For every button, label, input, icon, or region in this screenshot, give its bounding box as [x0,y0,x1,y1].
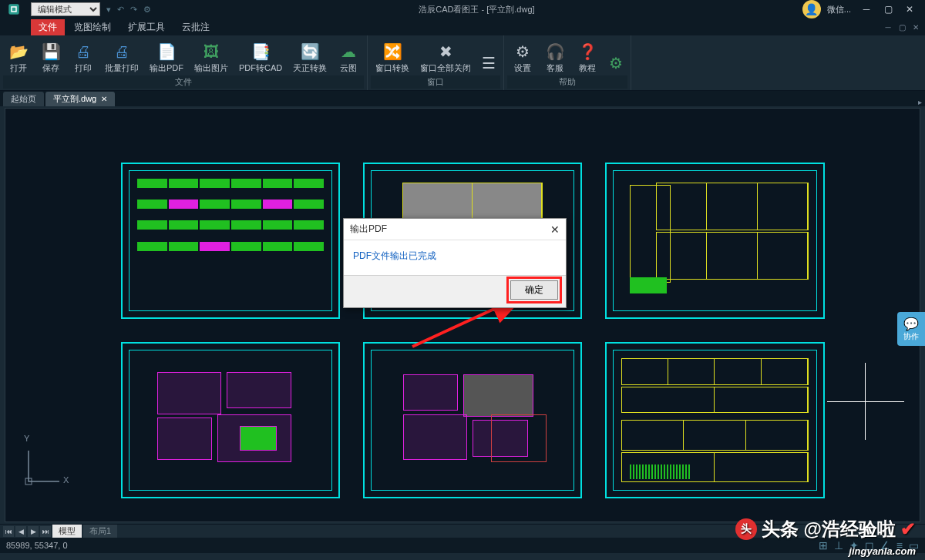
maximize-button[interactable]: ▢ [879,2,897,16]
close-button[interactable]: ✕ [900,2,919,16]
user-avatar-icon[interactable]: 👤 [802,0,821,18]
toutiao-logo-icon: 头 [735,518,757,540]
tab-model[interactable]: 模型 [52,525,82,538]
dialog-message: PDF文件输出已完成 [344,240,566,275]
gear-icon: ⚙ [516,41,530,62]
wechat-label[interactable]: 微信... [827,4,851,15]
export-image-button[interactable]: 🖼输出图片 [190,37,233,75]
menu-extend-tools[interactable]: 扩展工具 [120,19,173,35]
export-pdf-dialog: 输出PDF ✕ PDF文件输出已完成 确定 [343,218,567,308]
menu-cloud-annotate[interactable]: 云批注 [174,19,217,35]
menu-icon: ☰ [482,52,496,74]
nav-last-button[interactable]: ⏭ [40,526,51,537]
chat-icon: 💬 [903,317,919,331]
ucs-icon: Y X [21,434,67,491]
pdf-icon: 📄 [157,41,177,62]
window-switch-icon: 🔀 [383,41,402,62]
window-title: 浩辰CAD看图王 - [平立剖.dwg] [151,4,802,15]
dialog-close-button[interactable]: ✕ [550,223,560,236]
sub-minimize-icon[interactable]: ─ [882,23,894,32]
drawing-sheets [5,109,920,521]
ribbon-group-file: 📂打开 💾保存 🖨打印 🖨批量打印 📄输出PDF 🖼输出图片 📑PDF转CAD … [0,35,368,90]
tutorial-button[interactable]: ❓教程 [572,37,603,75]
cloud-drawing-button[interactable]: ☁云图 [333,37,364,75]
open-button[interactable]: 📂打开 [3,37,34,75]
batch-print-button[interactable]: 🖨批量打印 [100,37,143,75]
ribbon-group-label-help: 帮助 [507,75,627,89]
tab-close-icon[interactable]: ✕ [101,95,107,103]
sub-close-icon[interactable]: ✕ [910,23,922,32]
image-icon: 🖼 [204,41,219,62]
sheet-6 [605,342,824,498]
drawing-canvas[interactable]: Y X [5,108,920,522]
sub-restore-icon[interactable]: ▢ [896,23,908,32]
batch-printer-icon: 🖨 [114,41,130,62]
watermark-site: jingyanla.com [849,545,916,557]
tangent-convert-button[interactable]: 🔄天正转换 [288,37,331,75]
pdf-to-cad-button[interactable]: 📑PDF转CAD [234,37,287,75]
watermark-main: 头 头条 @浩经验啦 ✔ [735,517,916,542]
ribbon: 📂打开 💾保存 🖨打印 🖨批量打印 📄输出PDF 🖼输出图片 📑PDF转CAD … [0,35,925,91]
window-list-button[interactable]: ☰ [477,37,500,75]
close-all-icon: ✖ [439,41,452,62]
support-button[interactable]: 🎧客服 [540,37,570,75]
svg-rect-0 [8,4,19,15]
gear-small-icon: ⚙ [609,52,623,74]
ribbon-group-help: ⚙设置 🎧客服 ❓教程 ⚙ 帮助 [504,35,631,90]
save-icon: 💾 [42,41,61,62]
nav-prev-button[interactable]: ◀ [15,526,26,537]
ribbon-group-label-window: 窗口 [371,75,500,89]
nav-next-button[interactable]: ▶ [28,526,39,537]
undo-icon[interactable]: ↶ [117,5,124,15]
printer-icon: 🖨 [76,41,91,62]
window-switch-button[interactable]: 🔀窗口转换 [371,37,414,75]
ok-button[interactable]: 确定 [510,280,558,300]
nav-first-button[interactable]: ⏮ [3,526,14,537]
tab-layout1[interactable]: 布局1 [83,525,117,538]
help-icon: ❓ [578,41,597,62]
sheet-3 [605,163,824,319]
sheet-1 [121,163,340,319]
collaborate-button[interactable]: 💬 协作 [897,312,925,346]
save-button[interactable]: 💾保存 [35,37,66,75]
crosshair-horizontal [827,401,904,402]
options-button[interactable]: ⚙ [604,37,627,75]
ribbon-group-window: 🔀窗口转换 ✖窗口全部关闭 ☰ 窗口 [368,35,504,90]
print-button[interactable]: 🖨打印 [68,37,99,75]
settings-icon[interactable]: ⚙ [143,5,151,15]
cloud-icon: ☁ [341,41,356,62]
menu-file[interactable]: 文件 [31,19,65,35]
crosshair-vertical [865,363,866,440]
export-pdf-button[interactable]: 📄输出PDF [145,37,188,75]
convert-icon: 📑 [251,41,271,62]
dialog-titlebar[interactable]: 输出PDF ✕ [344,219,566,240]
close-all-windows-button[interactable]: ✖窗口全部关闭 [415,37,476,75]
tab-start-page[interactable]: 起始页 [3,92,44,106]
document-tabbar: 起始页 平立剖.dwg✕ ▸ [0,91,925,106]
sheet-5 [363,342,582,498]
redo-icon[interactable]: ↷ [130,5,137,15]
sheet-4 [121,342,340,498]
headset-icon: 🎧 [546,41,565,62]
folder-open-icon: 📂 [9,41,29,62]
menu-view-draw[interactable]: 览图绘制 [66,19,119,35]
coordinates-readout: 85989, 55347, 0 [6,541,819,550]
ribbon-group-label-file: 文件 [3,75,364,89]
tab-drawing-file[interactable]: 平立剖.dwg✕ [45,92,115,106]
settings-button[interactable]: ⚙设置 [507,37,538,75]
minimize-button[interactable]: ─ [857,2,876,16]
app-logo-icon [0,0,28,18]
titlebar: 编辑模式 ▾ ↶ ↷ ⚙ 浩辰CAD看图王 - [平立剖.dwg] 👤 微信..… [0,0,925,18]
dropdown-icon[interactable]: ▾ [106,5,111,15]
refresh-icon: 🔄 [301,41,320,62]
dialog-title-text: 输出PDF [350,223,387,236]
menubar: 文件 览图绘制 扩展工具 云批注 ─ ▢ ✕ [0,18,925,35]
tab-scroll-icon[interactable]: ▸ [918,98,922,106]
mode-select[interactable]: 编辑模式 [31,2,100,16]
